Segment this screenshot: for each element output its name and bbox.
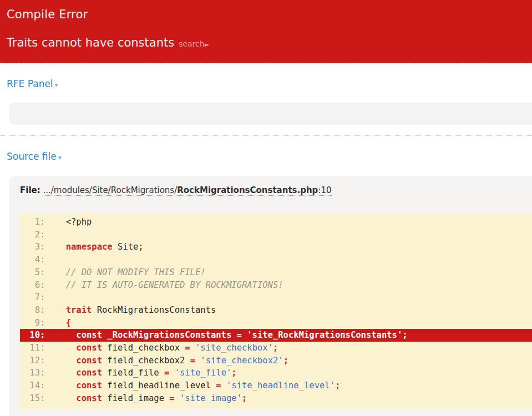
code-line-highlighted: 10: const _RockMigrationsConstants = 'si… <box>20 329 532 342</box>
code-token: = <box>164 368 169 378</box>
search-link-label: search <box>179 39 205 48</box>
line-number: 11: <box>24 343 66 353</box>
code-line: 8: trait RockMigrationsConstants <box>20 304 532 317</box>
code-token: = <box>216 381 221 390</box>
code-token: // DO NOT MODIFY THIS FILE! <box>66 267 206 277</box>
code-token <box>66 356 77 366</box>
rfe-panel-body <box>9 103 532 125</box>
code-token <box>169 368 174 378</box>
code-token: // IT IS AUTO-GENERATED BY ROCKMIGRATION… <box>66 280 283 290</box>
line-number: 1: <box>24 217 66 227</box>
error-message-row: Traits cannot have constantssearch► <box>7 36 525 49</box>
code-token: field_checkbox2 <box>102 356 190 366</box>
code-token: const <box>76 393 102 403</box>
search-arrow-icon: ► <box>205 41 209 48</box>
code-token: = <box>190 356 195 366</box>
code-token: 'site_image' <box>180 393 242 403</box>
code-token: { <box>66 318 71 328</box>
code-line: 11: const field_checkbox = 'site_checkbo… <box>20 342 532 354</box>
code-line: 5: // DO NOT MODIFY THIS FILE! <box>20 266 532 279</box>
source-file-panel: File: .../modules/Site/RockMigrations/Ro… <box>9 176 532 416</box>
code-line: 2: <box>20 229 532 241</box>
file-label: File: <box>20 185 40 195</box>
code-token: 'site_checkbox2' <box>200 356 283 366</box>
code-line: 3: namespace Site; <box>20 241 532 253</box>
rfe-panel-toggle[interactable]: RFE Panel▾ <box>7 78 58 89</box>
code-token: field_image <box>102 393 169 403</box>
code-token: <?php <box>66 217 92 227</box>
chevron-down-icon: ▾ <box>55 81 58 89</box>
section-source-file: Source file▾ <box>0 136 532 162</box>
code-line: 13: const field_file = 'site_file'; <box>20 367 532 379</box>
line-number: 6: <box>24 280 66 290</box>
code-line: 15: const field_image = 'site_image'; <box>20 392 532 405</box>
source-file-toggle[interactable]: Source file▾ <box>7 151 62 162</box>
code-token: RockMigrationsConstants <box>92 305 216 315</box>
code-line: 7: <box>20 291 532 304</box>
code-token: const <box>76 343 102 353</box>
code-line: 14: const field_headline_level = 'site_h… <box>20 379 532 392</box>
code-token: field_headline_level <box>102 381 216 390</box>
code-token <box>66 343 77 353</box>
code-token <box>195 356 200 366</box>
error-header: Compile Error Traits cannot have constan… <box>0 0 532 63</box>
code-token: trait <box>66 305 92 315</box>
line-number: 15: <box>24 393 66 403</box>
line-number: 14: <box>24 381 66 390</box>
code-token <box>175 393 180 403</box>
file-name: RockMigrationsConstants.php <box>177 185 318 195</box>
code-token: const <box>76 356 102 366</box>
code-token: 'site_headline_level' <box>226 381 335 390</box>
code-token: const <box>76 368 102 378</box>
search-link[interactable]: search► <box>179 39 209 48</box>
code-token <box>66 368 77 378</box>
file-line-number: :10 <box>318 185 331 195</box>
file-path-line: File: .../modules/Site/RockMigrations/Ro… <box>20 185 532 196</box>
line-number: 2: <box>24 230 66 240</box>
code-token: const _RockMigrationsConstants = 'site_R… <box>66 330 408 340</box>
file-path-prefix: .../modules/Site/RockMigrations/ <box>43 185 177 195</box>
file-link[interactable]: .../modules/Site/RockMigrations/RockMigr… <box>43 185 331 196</box>
code-line: 9: { <box>20 317 532 329</box>
line-number: 4: <box>24 255 66 265</box>
code-token: 'site_file' <box>175 368 232 378</box>
code-token: ; <box>231 368 236 378</box>
source-file-label: Source file <box>7 151 57 162</box>
line-number: 7: <box>24 292 66 302</box>
section-rfe-panel: RFE Panel▾ <box>0 63 532 89</box>
code-token: ; <box>283 356 288 366</box>
code-token: namespace <box>66 242 113 252</box>
code-token: 'site_checkbox' <box>195 343 273 353</box>
error-message: Traits cannot have constants <box>7 36 174 49</box>
code-line: 1: <?php <box>20 216 532 229</box>
code-token: ; <box>242 393 247 403</box>
code-token: ; <box>335 381 340 390</box>
error-type-title: Compile Error <box>7 8 525 21</box>
code-token <box>190 343 195 353</box>
code-token: = <box>169 393 174 403</box>
code-token: field_file <box>102 368 164 378</box>
code-token: field_checkbox <box>102 343 185 353</box>
line-number: 13: <box>24 368 66 378</box>
code-line: 6: // IT IS AUTO-GENERATED BY ROCKMIGRAT… <box>20 279 532 292</box>
line-number: 10: <box>24 330 66 340</box>
code-token: Site <box>113 242 139 252</box>
line-number: 8: <box>24 305 66 315</box>
line-number: 5: <box>24 267 66 277</box>
code-token <box>66 393 77 403</box>
code-token: = <box>185 343 190 353</box>
code-token: ; <box>138 242 143 252</box>
line-number: 9: <box>24 318 66 328</box>
line-number: 12: <box>24 356 66 366</box>
code-line: 4: <box>20 253 532 266</box>
source-code-block: 1: <?php 2: 3: namespace Site; 4: 5: // … <box>20 212 532 409</box>
line-number: 3: <box>24 242 66 252</box>
code-token: ; <box>273 343 278 353</box>
code-token <box>221 381 226 390</box>
code-line: 12: const field_checkbox2 = 'site_checkb… <box>20 354 532 367</box>
chevron-down-icon: ▾ <box>58 154 62 161</box>
code-token <box>66 381 77 390</box>
code-token: const <box>76 381 102 390</box>
rfe-panel-label: RFE Panel <box>7 78 53 89</box>
